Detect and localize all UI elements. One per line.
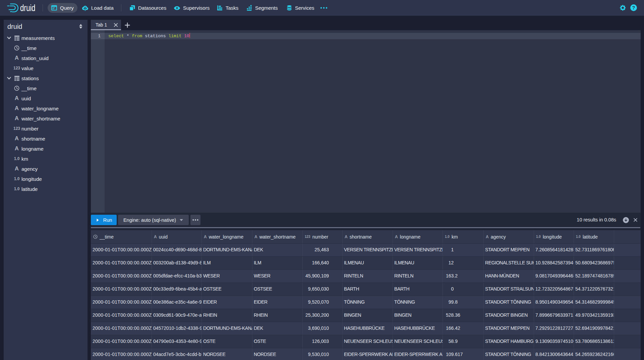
- svg-text:?: ?: [632, 5, 635, 10]
